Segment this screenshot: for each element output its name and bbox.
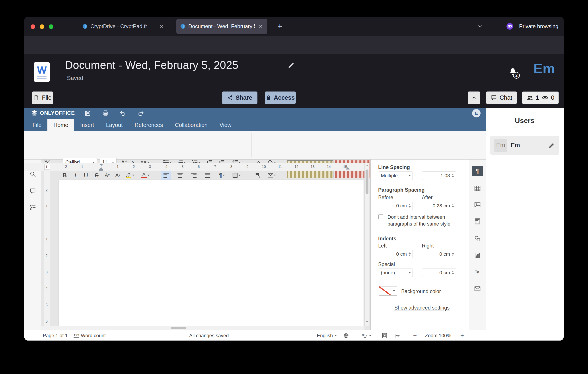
set-language-button[interactable] <box>343 330 349 341</box>
language-selector[interactable]: English <box>317 330 337 341</box>
after-spacing-spinner[interactable]: 0.28 cm <box>422 202 456 210</box>
document-canvas[interactable] <box>41 171 365 326</box>
edit-user-pencil-icon[interactable] <box>548 142 555 149</box>
headings-icon <box>30 204 36 211</box>
page-indicator[interactable]: Page 1 of 1 <box>43 330 68 341</box>
minimize-window-button[interactable] <box>40 24 44 29</box>
spellcheck-button[interactable]: ab <box>361 330 371 341</box>
advanced-settings-link[interactable]: Show advanced settings <box>394 305 450 311</box>
close-window-button[interactable] <box>31 24 35 29</box>
interval-checkbox[interactable] <box>378 215 383 219</box>
tab-cryptdrive[interactable]: CryptDrive - CryptPad.fr × <box>78 19 168 34</box>
menu-tab-references[interactable]: References <box>129 119 169 131</box>
ruler-number: 7 <box>214 165 216 169</box>
fit-page-button[interactable] <box>381 330 388 341</box>
before-spacing-spinner[interactable]: 0 cm <box>379 202 413 210</box>
redo-button[interactable] <box>136 108 146 118</box>
scrollbar-thumb[interactable] <box>171 327 186 329</box>
scrollbar-thumb[interactable] <box>366 169 368 194</box>
tab-overflow-button[interactable] <box>475 21 485 31</box>
left-indent-spinner[interactable]: 0 cm <box>379 250 413 258</box>
eye-icon <box>542 94 548 101</box>
document-page[interactable] <box>59 180 364 326</box>
chart-icon <box>474 252 481 259</box>
menu-tab-insert[interactable]: Insert <box>74 119 100 131</box>
first-line-indent-marker[interactable] <box>99 164 103 166</box>
ruler-number: 14 <box>327 165 331 169</box>
quick-save-button[interactable] <box>83 108 93 118</box>
image-icon <box>474 201 481 208</box>
users-panel-title: Users <box>486 116 564 125</box>
editors-count: 1 <box>536 94 539 101</box>
tab-bar: CryptDrive - CryptPad.fr × Document - We… <box>24 17 564 36</box>
chevron-down-icon <box>477 24 483 29</box>
navigation-panel-button[interactable] <box>28 202 38 213</box>
tab-close-icon[interactable]: × <box>258 23 263 30</box>
hanging-indent-marker[interactable] <box>99 167 103 169</box>
redo-icon <box>137 110 144 116</box>
after-label: After <box>422 195 433 200</box>
share-button[interactable]: Share <box>222 92 257 104</box>
plus-icon: + <box>277 22 282 31</box>
presence-indicator[interactable]: 1 0 <box>522 92 559 104</box>
account-avatar[interactable]: Em <box>534 61 555 76</box>
vertical-scrollbar[interactable] <box>365 163 369 326</box>
headerfooter-settings-button[interactable] <box>472 216 483 227</box>
background-color-button[interactable] <box>379 286 397 296</box>
undo-button[interactable] <box>118 108 128 118</box>
interval-checkbox-label: Don't add interval between paragraphs of… <box>388 214 463 227</box>
chart-settings-button[interactable] <box>472 250 483 261</box>
editor-user-avatar[interactable]: E <box>472 109 481 117</box>
special-select[interactable]: (none) <box>379 269 413 277</box>
chat-button[interactable]: Chat <box>486 92 517 104</box>
textart-settings-button[interactable]: Ta <box>472 267 483 277</box>
edit-title-pencil-icon[interactable] <box>288 61 295 69</box>
search-icon <box>30 171 36 177</box>
line-spacing-value-spinner[interactable]: 1.08 <box>422 171 456 180</box>
horizontal-scrollbar[interactable] <box>41 326 365 330</box>
shape-settings-button[interactable] <box>472 233 483 244</box>
zoom-in-button[interactable]: + <box>458 330 466 341</box>
zoom-window-button[interactable] <box>49 24 53 29</box>
zoom-out-button[interactable]: − <box>411 330 419 341</box>
print-button[interactable] <box>101 108 110 118</box>
comment-icon <box>30 188 36 194</box>
file-button[interactable]: File <box>32 92 53 104</box>
horizontal-ruler[interactable]: 21123456789101112131415 <box>24 163 365 171</box>
image-settings-button[interactable] <box>472 199 483 210</box>
paragraph-settings-button[interactable]: ¶ <box>472 166 483 176</box>
collapse-toolbar-button[interactable] <box>468 92 480 104</box>
user-avatar: Em <box>494 139 507 152</box>
fit-page-icon <box>381 332 388 339</box>
menu-tab-file[interactable]: File <box>27 119 47 131</box>
changes-status: All changes saved <box>189 330 229 341</box>
tab-stop-selector[interactable]: L <box>44 164 50 170</box>
menu-tab-view[interactable]: View <box>214 119 238 131</box>
right-indent-spinner[interactable]: 0 cm <box>422 250 456 258</box>
line-spacing-select[interactable]: Multiple <box>379 171 413 180</box>
access-button[interactable]: Access <box>265 92 296 104</box>
comments-panel-button[interactable] <box>28 186 38 196</box>
menu-tab-collaboration[interactable]: Collaboration <box>169 119 213 131</box>
scroll-up-button[interactable] <box>365 163 369 168</box>
ruler-number: 4 <box>166 165 168 169</box>
menu-tab-layout[interactable]: Layout <box>100 119 129 131</box>
notifications-button[interactable]: 2 <box>508 67 518 77</box>
textart-icon: Ta <box>474 268 481 275</box>
tab-document[interactable]: Document - Wed, February 5, 2 × <box>176 19 267 34</box>
mailmerge-settings-button[interactable] <box>472 283 483 294</box>
fit-width-button[interactable] <box>395 330 401 341</box>
background-color-dropdown[interactable] <box>391 286 397 296</box>
word-count-button[interactable]: 123 Word count <box>74 330 106 341</box>
panel-divider <box>378 282 462 282</box>
viewers-count: 0 <box>551 94 554 101</box>
pilcrow-icon: ¶ <box>476 168 479 175</box>
scroll-down-button[interactable] <box>365 320 369 324</box>
tab-close-icon[interactable]: × <box>159 23 164 30</box>
menu-tab-home[interactable]: Home <box>47 119 74 131</box>
special-value-spinner[interactable]: 0 cm <box>422 269 456 277</box>
left-indent-marker[interactable] <box>99 169 103 171</box>
new-tab-button[interactable]: + <box>275 21 285 31</box>
user-list-item[interactable]: Em Em <box>490 136 559 155</box>
table-settings-button[interactable] <box>472 183 483 194</box>
